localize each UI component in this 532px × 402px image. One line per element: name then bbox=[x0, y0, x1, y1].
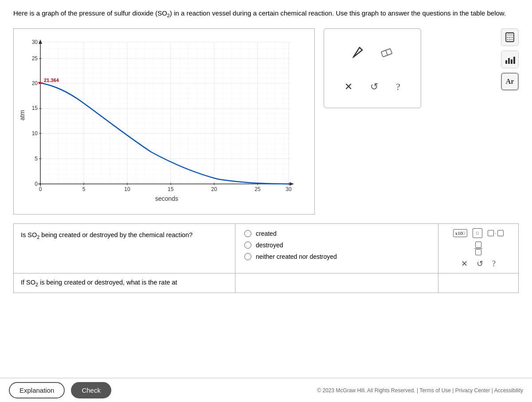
x10-tool[interactable]: x10 □ bbox=[453, 229, 467, 237]
dot-square-tool[interactable]: · bbox=[488, 230, 504, 236]
y-axis-label: atm bbox=[19, 110, 26, 120]
svg-line-99 bbox=[386, 51, 387, 55]
svg-rect-107 bbox=[511, 39, 513, 40]
intro-paragraph: Here is a graph of the pressure of sulfu… bbox=[13, 8, 519, 20]
undo-tool-button[interactable]: ↺ bbox=[370, 81, 378, 93]
right-sidebar: Ar bbox=[501, 28, 519, 90]
svg-rect-103 bbox=[509, 37, 511, 38]
mini-tools-top: x10 □ □ · bbox=[443, 228, 514, 238]
highlight-value: 21.364 bbox=[44, 78, 59, 83]
square-tool[interactable]: □ bbox=[473, 228, 482, 238]
bottom-bar: Explanation Check © 2023 McGraw Hill. Al… bbox=[0, 378, 532, 402]
check-button[interactable]: Check bbox=[71, 382, 111, 398]
question-2-text: If SO2 is being created or destroyed, wh… bbox=[14, 273, 235, 293]
ar-label: Ar bbox=[506, 78, 514, 86]
ar-button[interactable]: Ar bbox=[501, 73, 519, 90]
svg-line-95 bbox=[360, 47, 362, 50]
calculator-icon[interactable] bbox=[501, 28, 519, 46]
svg-rect-105 bbox=[507, 39, 509, 40]
chemical-formula: (SO2) bbox=[155, 9, 172, 17]
svg-text:0: 0 bbox=[35, 181, 38, 187]
svg-text:5: 5 bbox=[35, 156, 38, 162]
radio-created[interactable] bbox=[244, 230, 251, 237]
chart-icon[interactable] bbox=[501, 51, 519, 68]
fraction-tool[interactable] bbox=[474, 242, 482, 255]
svg-rect-111 bbox=[513, 57, 515, 64]
svg-rect-108 bbox=[505, 60, 507, 64]
tools-panel: ✕ ↺ ? bbox=[324, 28, 421, 108]
option-created[interactable]: created bbox=[244, 230, 429, 237]
svg-text:20: 20 bbox=[32, 80, 38, 86]
svg-text:10: 10 bbox=[32, 130, 38, 137]
intro-text-before: Here is a graph of the pressure of sulfu… bbox=[13, 9, 155, 17]
cursor-icon[interactable] bbox=[350, 44, 366, 63]
svg-text:5: 5 bbox=[82, 186, 86, 192]
svg-rect-102 bbox=[507, 37, 509, 38]
question-1-text: Is SO2 being created or destroyed by the… bbox=[14, 224, 235, 273]
option-destroyed[interactable]: destroyed bbox=[244, 242, 429, 249]
graph-tools-row: atm 0 5 10 15 20 25 30 bbox=[13, 28, 519, 215]
svg-text:30: 30 bbox=[32, 39, 38, 45]
svg-text:30: 30 bbox=[286, 186, 292, 192]
mini-tools-bot: ✕ ↺ ? bbox=[443, 259, 514, 269]
svg-rect-101 bbox=[507, 34, 513, 36]
svg-text:25: 25 bbox=[254, 186, 261, 192]
svg-text:0: 0 bbox=[39, 186, 42, 192]
svg-marker-62 bbox=[289, 182, 294, 186]
row1-tools: x10 □ □ · bbox=[438, 224, 518, 273]
mini-tools-mid bbox=[443, 242, 514, 255]
svg-marker-61 bbox=[39, 39, 42, 44]
table-row-1: Is SO2 being created or destroyed by the… bbox=[13, 223, 519, 273]
answer-options-1: created destroyed neither created nor de… bbox=[235, 224, 438, 273]
footer-links: © 2023 McGraw Hill. All Rights Reserved.… bbox=[317, 387, 523, 394]
close-tool-button[interactable]: ✕ bbox=[344, 81, 352, 93]
svg-text:10: 10 bbox=[124, 186, 130, 192]
intro-text-after: in a reaction vessel during a certain ch… bbox=[174, 9, 506, 17]
svg-rect-104 bbox=[511, 37, 513, 38]
help-tool-button[interactable]: ? bbox=[396, 81, 400, 93]
option-destroyed-label: destroyed bbox=[256, 242, 283, 249]
option-neither[interactable]: neither created nor destroyed bbox=[244, 253, 429, 260]
svg-rect-110 bbox=[511, 59, 512, 64]
x-axis-label: seconds bbox=[155, 195, 178, 202]
footer-text: © 2023 McGraw Hill. All Rights Reserved.… bbox=[317, 387, 523, 394]
svg-rect-106 bbox=[509, 39, 511, 40]
svg-text:25: 25 bbox=[32, 55, 38, 62]
svg-text:15: 15 bbox=[32, 105, 38, 111]
eraser-icon[interactable] bbox=[379, 44, 395, 63]
answer-2 bbox=[235, 273, 438, 293]
radio-neither[interactable] bbox=[244, 253, 251, 260]
row1-undo[interactable]: ↺ bbox=[477, 259, 483, 269]
option-neither-label: neither created nor destroyed bbox=[256, 253, 337, 260]
svg-text:20: 20 bbox=[211, 186, 217, 192]
questions-table: Is SO2 being created or destroyed by the… bbox=[13, 223, 519, 293]
row1-help[interactable]: ? bbox=[492, 259, 496, 269]
graph-svg: atm 0 5 10 15 20 25 30 bbox=[18, 33, 297, 206]
radio-destroyed[interactable] bbox=[244, 242, 251, 249]
explanation-button[interactable]: Explanation bbox=[9, 382, 65, 398]
svg-marker-92 bbox=[38, 82, 40, 84]
row1-close[interactable]: ✕ bbox=[461, 259, 468, 269]
svg-text:15: 15 bbox=[168, 186, 174, 192]
x10-label: x10 bbox=[455, 230, 463, 236]
table-row-2: If SO2 is being created or destroyed, wh… bbox=[13, 273, 519, 293]
row2-tools bbox=[438, 273, 518, 293]
option-created-label: created bbox=[256, 230, 277, 237]
graph-area: atm 0 5 10 15 20 25 30 bbox=[13, 28, 315, 215]
svg-rect-109 bbox=[508, 58, 510, 64]
